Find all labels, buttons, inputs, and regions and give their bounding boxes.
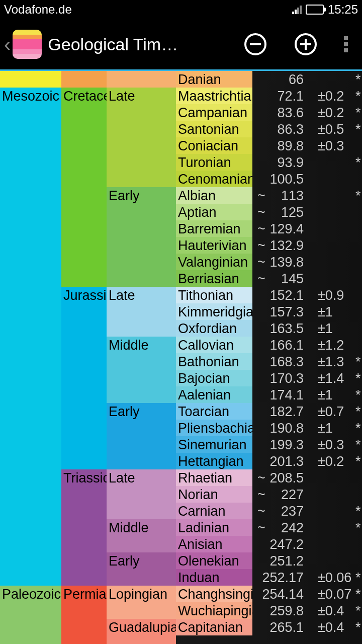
age-cell: 145 <box>252 270 309 287</box>
error-cell: ±1 <box>316 320 353 337</box>
error-cell: ±1.2 <box>316 337 353 353</box>
gssp-star: * <box>353 569 362 586</box>
error-cell: ±1.3 <box>316 353 353 370</box>
stage-cell[interactable]: Barremian <box>176 220 252 237</box>
gssp-star: * <box>353 187 362 204</box>
stage-cell[interactable]: Santonian <box>176 121 252 137</box>
era-cell[interactable]: Mesozoic <box>0 88 61 586</box>
epoch-cell[interactable]: Middle <box>107 519 176 552</box>
epoch-cell[interactable]: Late <box>107 469 176 519</box>
stage-cell[interactable]: Olenekian <box>176 552 252 569</box>
gssp-star: * <box>353 386 362 403</box>
age-cell: 254.14 <box>252 586 309 602</box>
age-cell: 132.9 <box>252 237 309 254</box>
stage-cell[interactable]: Coniacian <box>176 137 252 154</box>
period-cell[interactable]: Permian <box>61 586 107 644</box>
stage-cell[interactable]: Bathonian <box>176 353 252 370</box>
epoch-cell[interactable]: Middle <box>107 337 176 403</box>
stage-cell[interactable]: Sinemurian <box>176 436 252 453</box>
stage-cell[interactable]: Aalenian <box>176 386 252 403</box>
error-cell: ±0.4 <box>316 602 353 619</box>
age-cell: 190.8 <box>252 420 309 436</box>
error-cell: ±0.06 <box>316 569 353 586</box>
stage-cell[interactable]: Carnian <box>176 503 252 519</box>
status-icons: 15:25 <box>292 3 358 17</box>
action-bar: ‹ Geological Tim… <box>0 19 362 69</box>
stage-cell[interactable]: Wuchiapingia <box>176 602 252 619</box>
period-cell[interactable]: Jurassic <box>61 287 107 469</box>
stage-cell[interactable]: Aptian <box>176 204 252 220</box>
age-cell: 182.7 <box>252 403 309 420</box>
age-cell: 208.5 <box>252 469 309 486</box>
stage-cell[interactable]: Oxfordian <box>176 320 252 337</box>
error-cell: ±0.7 <box>316 403 353 420</box>
epoch-cell[interactable]: Late <box>107 287 176 337</box>
epoch-cell[interactable]: Late <box>107 88 176 187</box>
zoom-in-button[interactable] <box>292 30 320 58</box>
time-scale-table[interactable]: MesozoicPaleozoicCretaceJurassicTriassic… <box>0 71 362 644</box>
gssp-star: * <box>353 519 362 536</box>
age-cell: 89.8 <box>252 137 309 154</box>
age-cell: 199.3 <box>252 436 309 453</box>
epoch-cell[interactable]: Early <box>107 552 176 586</box>
back-icon[interactable]: ‹ <box>4 33 13 56</box>
age-cell: 168.3 <box>252 353 309 370</box>
stage-cell[interactable]: Norian <box>176 486 252 503</box>
era-cell[interactable]: Paleozoic <box>0 586 61 644</box>
age-cell: 163.5 <box>252 320 309 337</box>
stage-cell[interactable]: Maastrichtia <box>176 88 252 104</box>
age-cell: 125 <box>252 204 309 220</box>
stage-cell[interactable]: Campanian <box>176 104 252 121</box>
stage-cell[interactable]: Callovian <box>176 337 252 353</box>
epoch-cell <box>107 71 176 88</box>
stage-cell[interactable]: Capitanian <box>176 619 252 635</box>
age-cell: 83.6 <box>252 104 309 121</box>
stage-cell[interactable]: Changhsingi <box>176 586 252 602</box>
age-cell: 242 <box>252 519 309 536</box>
age-cell: 157.3 <box>252 303 309 320</box>
zoom-out-button[interactable] <box>241 30 269 58</box>
period-cell <box>61 71 107 88</box>
status-bar: Vodafone.de 15:25 <box>0 0 362 19</box>
error-cell: ±1.4 <box>316 370 353 386</box>
stage-cell[interactable]: Kimmeridgia <box>176 303 252 320</box>
stage-cell[interactable]: Turonian <box>176 154 252 171</box>
stage-cell[interactable]: Berriasian <box>176 270 252 287</box>
age-cell: 86.3 <box>252 121 309 137</box>
age-cell: 166.1 <box>252 337 309 353</box>
stage-cell[interactable]: Hettangian <box>176 453 252 469</box>
stage-cell[interactable]: Tithonian <box>176 287 252 303</box>
epoch-cell[interactable]: Early <box>107 403 176 469</box>
stage-cell[interactable]: Valanginian <box>176 254 252 270</box>
age-cell: 170.3 <box>252 370 309 386</box>
stage-cell[interactable]: Ladinian <box>176 519 252 536</box>
stage-cell[interactable]: Rhaetian <box>176 469 252 486</box>
error-cell: ±0.9 <box>316 287 353 303</box>
stage-cell[interactable]: Induan <box>176 569 252 586</box>
stage-cell[interactable]: Bajocian <box>176 370 252 386</box>
stage-cell[interactable]: Hauterivian <box>176 237 252 254</box>
epoch-cell[interactable]: Guadalupia <box>107 619 176 644</box>
period-cell[interactable]: Cretace <box>61 88 107 287</box>
gssp-star: * <box>353 503 362 519</box>
stage-cell[interactable]: Pliensbachia <box>176 420 252 436</box>
gssp-star: * <box>353 370 362 386</box>
app-icon[interactable] <box>13 30 42 59</box>
battery-icon <box>306 5 324 15</box>
overflow-menu-button[interactable] <box>331 36 358 52</box>
error-cell: ±0.07 <box>316 586 353 602</box>
stage-cell[interactable]: Danian <box>176 71 252 88</box>
stage-cell[interactable]: Albian <box>176 187 252 204</box>
stage-cell[interactable]: Cenomanian <box>176 171 252 187</box>
clock-label: 15:25 <box>328 3 358 17</box>
carrier-label: Vodafone.de <box>4 3 292 17</box>
gssp-star: * <box>353 403 362 420</box>
epoch-cell[interactable]: Lopingian <box>107 586 176 619</box>
error-cell: ±0.5 <box>316 121 353 137</box>
period-cell[interactable]: Triassic <box>61 469 107 586</box>
age-cell: 139.8 <box>252 254 309 270</box>
epoch-cell[interactable]: Early <box>107 187 176 287</box>
stage-cell[interactable]: Anisian <box>176 536 252 552</box>
stage-cell[interactable]: Toarcian <box>176 403 252 420</box>
signal-icon <box>292 5 302 14</box>
